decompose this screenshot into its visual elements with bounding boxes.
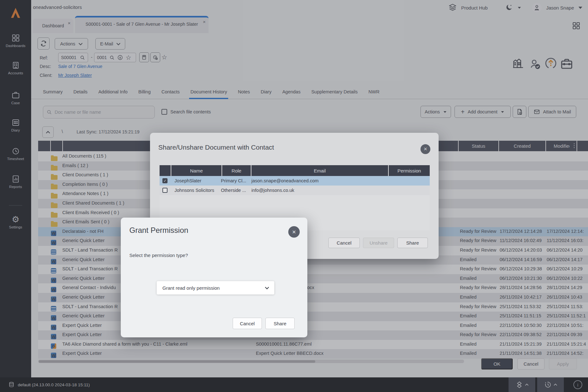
grant-share-button[interactable]: Share	[265, 318, 295, 329]
permission-type-value: Grant read only permission	[162, 285, 220, 291]
chevron-down-icon	[265, 287, 269, 289]
dialog-title: Grant Permission	[129, 226, 188, 235]
close-icon[interactable]: ×	[288, 226, 300, 238]
grant-cancel-button[interactable]: Cancel	[233, 318, 262, 329]
permission-type-select[interactable]: Grant read only permission	[157, 281, 274, 294]
app-window: Dashboards Accounts Case Diary Timesheet…	[0, 0, 588, 392]
grant-permission-dialog: Grant Permission × Select the permission…	[121, 218, 307, 337]
permission-question: Select the permission type?	[129, 253, 188, 258]
